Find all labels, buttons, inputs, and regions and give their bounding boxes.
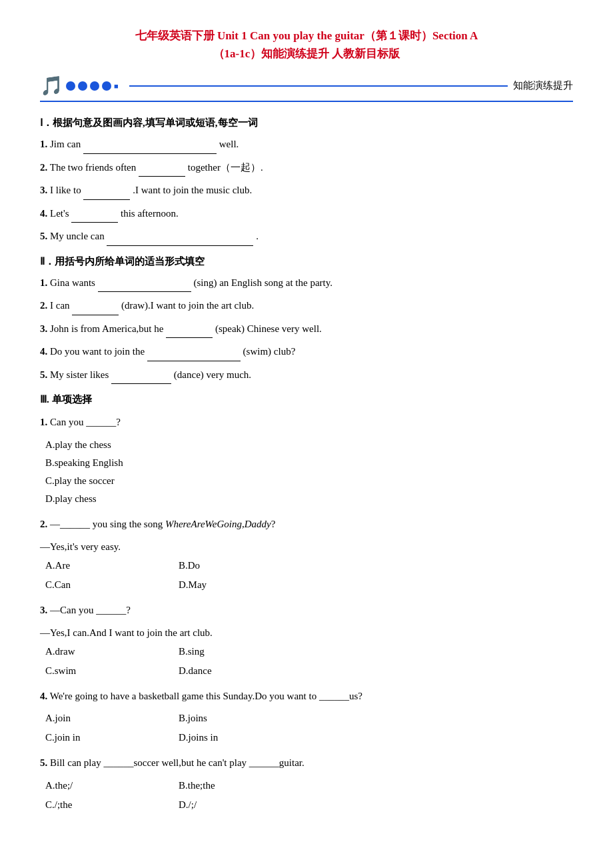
section-3-title: Ⅲ. 单项选择 xyxy=(40,393,573,406)
q2-s2-hint: (draw).I want to join the art club. xyxy=(121,300,254,311)
section-3: Ⅲ. 单项选择 1. Can you ______? A.play the ch… xyxy=(40,393,573,814)
q2-s2-num: 2. xyxy=(40,300,47,311)
q2-s3: 2. —______ you sing the song WhereAreWeG… xyxy=(40,515,573,534)
q4-s3-options: A.join B.joins C.join in D.joins in xyxy=(45,709,573,747)
header-banner: 🎵 ■ 知能演练提升 xyxy=(40,75,573,102)
q1-s2-num: 1. xyxy=(40,277,47,288)
q5-s3-num: 5. xyxy=(40,757,47,768)
q4-s1-num: 4. xyxy=(40,208,47,219)
q2-s1: 2. The two friends often together（一起）. xyxy=(40,158,573,177)
q3-opt-row1: A.draw B.sing xyxy=(45,643,573,661)
q1-s1-blank[interactable] xyxy=(83,143,217,154)
q5-opt-a: A.the;/ xyxy=(45,777,152,795)
q3-s2: 3. John is from America,but he (speak) C… xyxy=(40,319,573,339)
q5-opt-c: C./;the xyxy=(45,796,152,814)
q5-s2-blank[interactable] xyxy=(111,373,171,384)
q2-opt-d: D.May xyxy=(179,576,285,594)
q1-s2-before: Gina wants xyxy=(50,277,95,288)
banner-line xyxy=(129,85,508,87)
q1-opt-d: D.play chess xyxy=(45,490,573,508)
q2-opt-b: B.Do xyxy=(179,557,285,575)
title-line1: 七年级英语下册 Unit 1 Can you play the guitar（第… xyxy=(135,29,478,42)
q4-opt-b: B.joins xyxy=(179,709,285,727)
q4-s3: 4. We're going to have a basketball game… xyxy=(40,687,573,706)
q3-s2-before: John is from America,but he xyxy=(50,323,163,334)
q4-s1-before: Let's xyxy=(50,208,69,219)
q3-s1-num: 3. xyxy=(40,185,47,195)
q3-s3: 3. —Can you ______? xyxy=(40,601,573,620)
q1-s1: 1. Jim can well. xyxy=(40,135,573,154)
q3-opt-a: A.draw xyxy=(45,643,152,661)
q5-s1-after: . xyxy=(256,231,259,241)
q1-opt-b: B.speaking English xyxy=(45,454,573,472)
q2-s1-num: 2. xyxy=(40,162,47,173)
q1-s2-blank[interactable] xyxy=(98,281,191,292)
q2-s2-before: I can xyxy=(50,300,70,311)
title-box: 七年级英语下册 Unit 1 Can you play the guitar（第… xyxy=(40,27,573,63)
q3-opt-c: C.swim xyxy=(45,662,152,680)
q3-s3-num: 3. xyxy=(40,605,47,615)
q4-opt-d: D.joins in xyxy=(179,729,285,747)
q2-s3-line1: —______ you sing the song WhereAreWeGoin… xyxy=(50,519,275,529)
q3-s2-blank[interactable] xyxy=(166,327,213,338)
q3-s2-hint: (speak) Chinese very well. xyxy=(215,323,322,334)
dot-4 xyxy=(102,81,111,91)
q2-opt-row2: C.Can D.May xyxy=(45,576,573,594)
section-1: Ⅰ．根据句意及图画内容,填写单词或短语,每空一词 1. Jim can well… xyxy=(40,117,573,246)
q5-s3-text: Bill can play ______soccer well,but he c… xyxy=(50,757,305,768)
q2-s3-num: 2. xyxy=(40,519,47,529)
q4-s2-num: 4. xyxy=(40,346,47,357)
q5-opt-row2: C./;the D./;/ xyxy=(45,796,573,814)
q3-s3-line2: —Yes,I can.And I want to join the art cl… xyxy=(40,623,573,643)
title-line2: （1a-1c）知能演练提升 人教新目标版 xyxy=(213,47,400,60)
q5-opt-b: B.the;the xyxy=(179,777,285,795)
q3-s1-before: I like to xyxy=(50,185,81,195)
section-2: Ⅱ．用括号内所给单词的适当形式填空 1. Gina wants (sing) a… xyxy=(40,255,573,385)
q2-s1-before: The two friends often xyxy=(50,162,137,173)
q4-opt-row2: C.join in D.joins in xyxy=(45,729,573,747)
q1-s2-hint: (sing) an English song at the party. xyxy=(193,277,332,288)
q1-s1-num: 1. xyxy=(40,139,47,149)
q1-s1-before: Jim can xyxy=(50,139,81,149)
q2-s3-line2: —Yes,it's very easy. xyxy=(40,537,573,557)
q5-s2-before: My sister likes xyxy=(50,369,109,380)
q1-s1-after: well. xyxy=(219,139,239,149)
q2-s1-after: together（一起）. xyxy=(188,162,263,173)
dot-3 xyxy=(90,81,99,91)
q4-s3-num: 4. xyxy=(40,691,47,701)
q2-s3-options: A.Are B.Do C.Can D.May xyxy=(45,557,573,594)
q5-s3: 5. Bill can play ______soccer well,but h… xyxy=(40,753,573,773)
q3-s1-blank[interactable] xyxy=(83,189,130,200)
banner-sub-icon: ■ xyxy=(114,82,119,90)
q5-s1-blank[interactable] xyxy=(107,235,253,246)
q5-s2-num: 5. xyxy=(40,369,47,380)
q3-s3-line1: —Can you ______? xyxy=(50,605,131,615)
q3-s2-num: 3. xyxy=(40,323,47,334)
q4-opt-c: C.join in xyxy=(45,729,152,747)
q1-s3-options: A.play the chess B.speaking English C.pl… xyxy=(45,436,573,508)
q4-s2-before: Do you want to join the xyxy=(50,346,145,357)
q5-s1-num: 5. xyxy=(40,231,47,241)
q2-s2-blank[interactable] xyxy=(72,305,119,315)
q2-opt-c: C.Can xyxy=(45,576,152,594)
q4-opt-row1: A.join B.joins xyxy=(45,709,573,727)
music-note-icon: 🎵 xyxy=(40,75,63,97)
section-1-title: Ⅰ．根据句意及图画内容,填写单词或短语,每空一词 xyxy=(40,117,573,129)
q2-s1-blank[interactable] xyxy=(139,166,185,177)
q4-s1: 4. Let's this afternoon. xyxy=(40,204,573,223)
dot-2 xyxy=(78,81,87,91)
q3-opt-b: B.sing xyxy=(179,643,285,661)
banner-icon: 🎵 ■ xyxy=(40,75,119,97)
banner-label: 知能演练提升 xyxy=(513,79,573,92)
q3-s3-options: A.draw B.sing C.swim D.dance xyxy=(45,643,573,680)
q4-s1-blank[interactable] xyxy=(71,212,118,223)
q4-s2-blank[interactable] xyxy=(147,351,241,361)
q5-opt-row1: A.the;/ B.the;the xyxy=(45,777,573,795)
q5-s2: 5. My sister likes (dance) very much. xyxy=(40,365,573,385)
q3-opt-row2: C.swim D.dance xyxy=(45,662,573,680)
q1-opt-c: C.play the soccer xyxy=(45,472,573,490)
banner-dots xyxy=(66,81,111,91)
q2-opt-row1: A.Are B.Do xyxy=(45,557,573,575)
q2-s2: 2. I can (draw).I want to join the art c… xyxy=(40,296,573,315)
q3-opt-d: D.dance xyxy=(179,662,285,680)
